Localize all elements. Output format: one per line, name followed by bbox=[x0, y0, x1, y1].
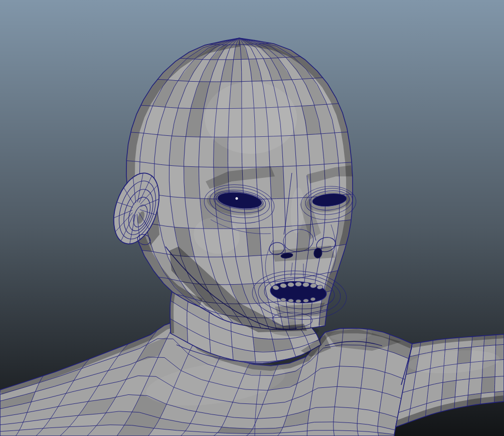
viewport-3d[interactable] bbox=[0, 0, 504, 436]
